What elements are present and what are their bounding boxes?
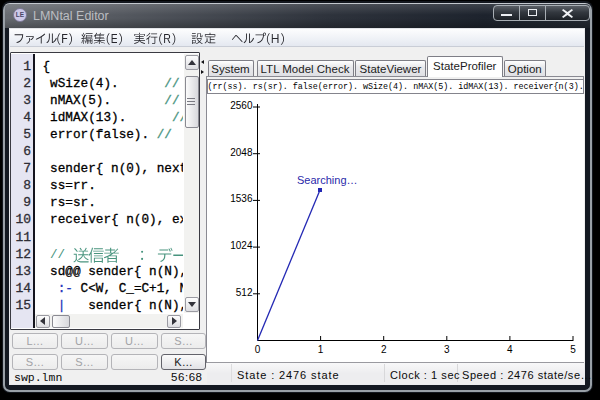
- svg-text:2560: 2560: [230, 100, 253, 111]
- svg-text:1: 1: [318, 344, 324, 355]
- svg-text:3: 3: [444, 344, 450, 355]
- svg-text:5: 5: [570, 344, 576, 355]
- svg-text:4: 4: [507, 344, 513, 355]
- svg-text:512: 512: [236, 287, 253, 298]
- svg-text:Searching…: Searching…: [297, 174, 358, 186]
- svg-text:1024: 1024: [230, 240, 253, 251]
- svg-text:1536: 1536: [230, 193, 253, 204]
- svg-text:0: 0: [255, 344, 261, 355]
- svg-text:2: 2: [381, 344, 387, 355]
- svg-text:2048: 2048: [230, 147, 253, 158]
